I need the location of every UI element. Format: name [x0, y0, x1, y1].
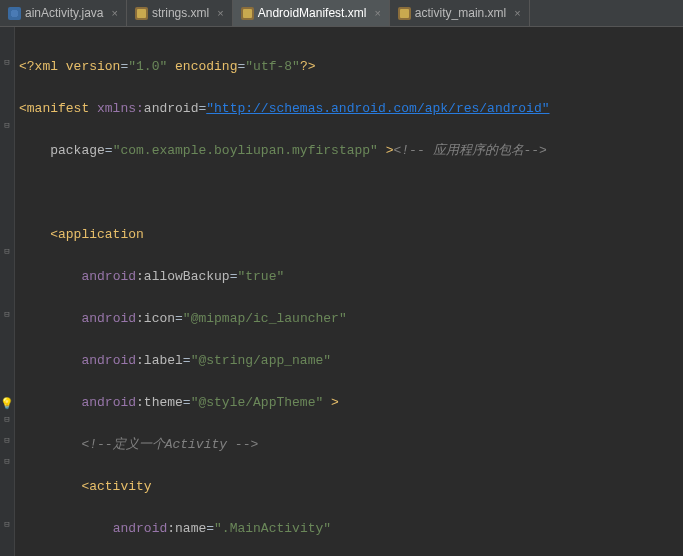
- close-icon[interactable]: ×: [374, 7, 380, 19]
- code-line: <application: [19, 224, 683, 245]
- fold-icon[interactable]: ⊟: [3, 311, 11, 319]
- close-icon[interactable]: ×: [217, 7, 223, 19]
- fold-icon[interactable]: ⊟: [3, 59, 11, 67]
- tab-activitymain[interactable]: activity_main.xml ×: [390, 0, 530, 26]
- code-line: android:name=".MainActivity": [19, 518, 683, 539]
- code-line: <manifest xmlns:android="http://schemas.…: [19, 98, 683, 119]
- code-editor[interactable]: <?xml version="1.0" encoding="utf-8"?> <…: [15, 27, 683, 556]
- xml-file-icon: [398, 7, 411, 20]
- tab-label: activity_main.xml: [415, 6, 506, 20]
- close-icon[interactable]: ×: [111, 7, 117, 19]
- code-line: android:label="@string/app_name": [19, 350, 683, 371]
- code-line: <activity: [19, 476, 683, 497]
- tab-strings[interactable]: strings.xml ×: [127, 0, 233, 26]
- fold-icon[interactable]: ⊟: [3, 458, 11, 466]
- code-line: [19, 182, 683, 203]
- fold-icon[interactable]: ⊟: [3, 521, 11, 529]
- fold-icon[interactable]: ⊟: [3, 416, 11, 424]
- close-icon[interactable]: ×: [514, 7, 520, 19]
- java-file-icon: [8, 7, 21, 20]
- code-line: android:allowBackup="true": [19, 266, 683, 287]
- tab-manifest[interactable]: AndroidManifest.xml ×: [233, 0, 390, 26]
- xml-file-icon: [241, 7, 254, 20]
- code-line: <!--定义一个Activity -->: [19, 434, 683, 455]
- fold-icon[interactable]: ⊟: [3, 248, 11, 256]
- code-line: android:theme="@style/AppTheme" >: [19, 392, 683, 413]
- code-line: android:icon="@mipmap/ic_launcher": [19, 308, 683, 329]
- fold-icon[interactable]: ⊟: [3, 437, 11, 445]
- lightbulb-icon[interactable]: 💡: [0, 397, 12, 409]
- tab-label: ainActivity.java: [25, 6, 103, 20]
- editor-gutter: ⊟ ⊟ ⊟ ⊟ 💡 ⊟ ⊟ ⊟ ⊟: [0, 27, 15, 556]
- editor-area: ⊟ ⊟ ⊟ ⊟ 💡 ⊟ ⊟ ⊟ ⊟ <?xml version="1.0" en…: [0, 27, 683, 556]
- editor-tabs: ainActivity.java × strings.xml × Android…: [0, 0, 683, 27]
- tab-mainactivity[interactable]: ainActivity.java ×: [0, 0, 127, 26]
- fold-icon[interactable]: ⊟: [3, 122, 11, 130]
- code-line: <?xml version="1.0" encoding="utf-8"?>: [19, 56, 683, 77]
- code-line: package="com.example.boyliupan.myfirstap…: [19, 140, 683, 161]
- tab-label: AndroidManifest.xml: [258, 6, 367, 20]
- tab-label: strings.xml: [152, 6, 209, 20]
- xml-file-icon: [135, 7, 148, 20]
